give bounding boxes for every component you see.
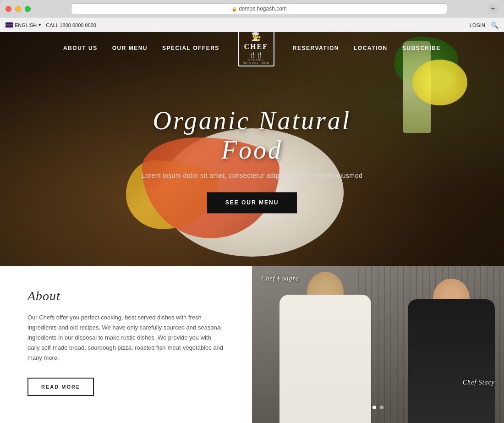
nav-item-special-offers[interactable]: SPECIAL OFFERS bbox=[162, 45, 219, 51]
chef-right-label: Chef Stacy bbox=[463, 379, 495, 386]
hero-section: ABOUT US OUR MENU SPECIAL OFFERS 👨‍🍳 CHE… bbox=[0, 32, 504, 266]
chef-hat-icon: 👨‍🍳 bbox=[251, 32, 261, 42]
minimize-button[interactable] bbox=[15, 6, 21, 12]
nav-links-right: RESERVATION LOCATION SUBSCRIBE bbox=[293, 45, 441, 51]
hero-content: Organic Natural Food Lorem ipsum dolor s… bbox=[126, 106, 378, 213]
nav-item-location[interactable]: LOCATION bbox=[354, 45, 388, 51]
logo-badge: 👨‍🍳 CHEF 🍴🍴 ORGANIC NATURAL FOOD bbox=[238, 32, 274, 66]
lock-icon: 🔒 bbox=[231, 6, 237, 11]
site-logo[interactable]: 👨‍🍳 CHEF 🍴🍴 ORGANIC NATURAL FOOD bbox=[238, 32, 274, 66]
chef-body-left bbox=[279, 295, 371, 423]
nav-item-our-menu[interactable]: OUR MENU bbox=[112, 45, 148, 51]
browser-chrome: 🔒 demos.hogash.com + ENGLISH ▾ CALL 1800… bbox=[0, 0, 504, 32]
main-navigation: ABOUT US OUR MENU SPECIAL OFFERS 👨‍🍳 CHE… bbox=[0, 32, 504, 64]
phone-number: CALL 1800 0800 0800 bbox=[46, 22, 96, 28]
logo-subtitle: ORGANIC NATURAL FOOD bbox=[241, 58, 271, 65]
about-text-panel: About Our Chefs offer you perfect cookin… bbox=[0, 266, 252, 423]
chef-figure-right bbox=[403, 290, 495, 423]
about-chefs-image: Chef Foagra Chef Stacy bbox=[252, 266, 504, 423]
about-section: About Our Chefs offer you perfect cookin… bbox=[0, 266, 504, 423]
chef-carousel-dots bbox=[373, 406, 383, 409]
chef-body-right bbox=[408, 299, 495, 423]
nav-links-left: ABOUT US OUR MENU SPECIAL OFFERS bbox=[63, 45, 219, 51]
nav-item-subscribe[interactable]: SUBSCRIBE bbox=[402, 45, 441, 51]
read-more-button[interactable]: READ MORE bbox=[27, 378, 94, 396]
about-heading: About bbox=[27, 289, 225, 303]
about-description: Our Chefs offer you perfect cooking, bes… bbox=[27, 313, 225, 363]
lang-label: ENGLISH bbox=[15, 22, 37, 28]
nav-item-about-us[interactable]: ABOUT US bbox=[63, 45, 98, 51]
chef-left-label: Chef Foagra bbox=[261, 275, 299, 282]
logo-title: CHEF bbox=[244, 43, 268, 51]
nav-item-reservation[interactable]: RESERVATION bbox=[293, 45, 339, 51]
login-button[interactable]: LOGIN bbox=[470, 22, 485, 28]
carousel-dot-2[interactable] bbox=[380, 406, 383, 409]
search-icon[interactable]: 🔍 bbox=[491, 22, 499, 29]
chef-figure-left bbox=[279, 286, 380, 423]
add-tab-button[interactable]: + bbox=[488, 3, 499, 14]
carousel-dot-1[interactable] bbox=[373, 406, 376, 409]
language-selector[interactable]: ENGLISH ▾ bbox=[5, 22, 41, 28]
maximize-button[interactable] bbox=[25, 6, 31, 12]
lemon-decoration bbox=[412, 60, 467, 105]
hero-title: Organic Natural Food bbox=[126, 106, 378, 165]
website: ABOUT US OUR MENU SPECIAL OFFERS 👨‍🍳 CHE… bbox=[0, 32, 504, 423]
close-button[interactable] bbox=[5, 6, 11, 12]
fork-knife-icon: 🍴🍴 bbox=[249, 52, 263, 58]
flag-icon bbox=[5, 22, 13, 27]
see-menu-button[interactable]: SEE OUR MENU bbox=[207, 192, 297, 213]
logo-inner: 👨‍🍳 CHEF 🍴🍴 ORGANIC NATURAL FOOD bbox=[241, 32, 271, 65]
address-bar[interactable]: 🔒 demos.hogash.com bbox=[71, 3, 447, 14]
url-display: demos.hogash.com bbox=[239, 5, 287, 12]
chevron-down-icon: ▾ bbox=[38, 22, 41, 28]
hero-subtitle: Lorem ipsum dolor sit amet, consectetur … bbox=[126, 172, 378, 179]
